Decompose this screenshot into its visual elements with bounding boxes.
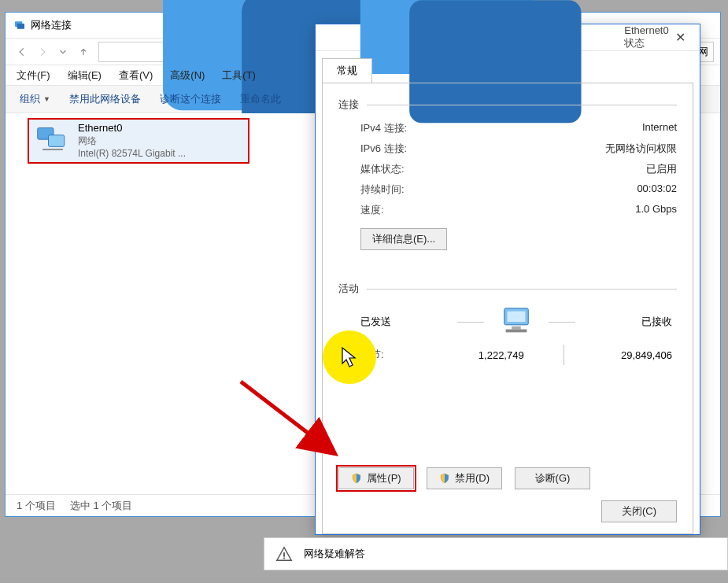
close-button[interactable]: 关闭(C)	[601, 500, 677, 522]
media-value: 已启用	[646, 162, 677, 176]
activity-graphic	[457, 305, 575, 338]
annotation-arrow	[235, 375, 360, 478]
tab-body: 连接 IPv4 连接:Internet IPv6 连接:无网络访问权限 媒体状态…	[322, 83, 693, 534]
svg-rect-14	[283, 558, 285, 559]
recv-label: 已接收	[641, 315, 672, 329]
adapter-description: Intel(R) 82574L Gigabit ...	[78, 147, 186, 160]
toolbar-disable[interactable]: 禁用此网络设备	[69, 92, 141, 106]
troubleshoot-label: 网络疑难解答	[304, 547, 365, 561]
separator	[564, 345, 564, 365]
troubleshoot-bar[interactable]: 网络疑难解答	[264, 537, 728, 570]
adapter-name: Ethernet0	[78, 122, 186, 135]
svg-rect-1	[17, 24, 24, 29]
speed-value: 1.0 Gbps	[635, 203, 677, 217]
adapter-network: 网络	[78, 135, 186, 147]
nav-up-button[interactable]	[73, 42, 94, 62]
network-icon	[13, 19, 26, 31]
dialog-close-button[interactable]: ✕	[669, 27, 692, 49]
toolbar-rename[interactable]: 重命名此	[240, 92, 281, 106]
bytes-sent-value: 1,222,749	[455, 349, 548, 361]
ipv6-label: IPv6 连接:	[360, 142, 407, 156]
svg-line-12	[241, 382, 335, 454]
window-title: 网络连接	[31, 18, 72, 32]
toolbar-organize[interactable]: 组织▼	[20, 92, 50, 106]
duration-label: 持续时间:	[360, 183, 405, 197]
cursor-icon	[340, 346, 359, 368]
svg-rect-11	[506, 330, 527, 333]
ipv6-value: 无网络访问权限	[605, 142, 677, 156]
adapter-icon	[35, 124, 70, 158]
tab-general[interactable]: 常规	[322, 58, 372, 83]
menu-advanced[interactable]: 高级(N)	[170, 68, 205, 83]
ipv4-label: IPv4 连接:	[360, 121, 407, 135]
ipv4-value: Internet	[642, 121, 677, 135]
nav-forward-button[interactable]	[32, 42, 53, 62]
media-label: 媒体状态:	[360, 162, 405, 176]
dialog-titlebar[interactable]: Ethernet0 状态 ✕	[316, 24, 700, 51]
menu-view[interactable]: 查看(V)	[119, 68, 153, 83]
group-connection: 连接	[338, 98, 677, 112]
bytes-recv-value: 29,849,406	[580, 349, 673, 361]
adapter-item-ethernet0[interactable]: Ethernet0 网络 Intel(R) 82574L Gigabit ...	[28, 118, 249, 164]
svg-rect-13	[283, 552, 285, 557]
dialog-title: Ethernet0 状态	[624, 24, 668, 50]
svg-rect-9	[508, 312, 526, 322]
toolbar-diagnose[interactable]: 诊断这个连接	[160, 92, 221, 106]
disable-button[interactable]: 禁用(D)	[427, 467, 502, 489]
menu-edit[interactable]: 编辑(E)	[68, 68, 102, 83]
computer-transfer-icon	[498, 305, 534, 338]
svg-rect-5	[49, 135, 65, 147]
menu-file[interactable]: 文件(F)	[17, 68, 50, 83]
diagnose-button[interactable]: 诊断(G)	[515, 467, 590, 489]
warning-icon	[275, 545, 293, 563]
shield-icon	[439, 473, 450, 484]
speed-label: 速度:	[360, 203, 384, 217]
menu-tools[interactable]: 工具(T)	[222, 68, 256, 83]
sent-label: 已发送	[360, 315, 391, 329]
nav-back-button[interactable]	[12, 42, 32, 62]
status-item-count: 1 个项目	[17, 499, 56, 513]
nav-recent-button[interactable]	[53, 42, 73, 62]
status-selected-count: 选中 1 个项目	[70, 499, 132, 513]
ethernet-status-dialog: Ethernet0 状态 ✕ 常规 连接 IPv4 连接:Internet IP…	[315, 24, 700, 535]
duration-value: 00:03:02	[637, 183, 677, 197]
group-activity: 活动	[338, 282, 677, 296]
details-button[interactable]: 详细信息(E)...	[360, 228, 447, 250]
svg-rect-10	[512, 327, 520, 330]
